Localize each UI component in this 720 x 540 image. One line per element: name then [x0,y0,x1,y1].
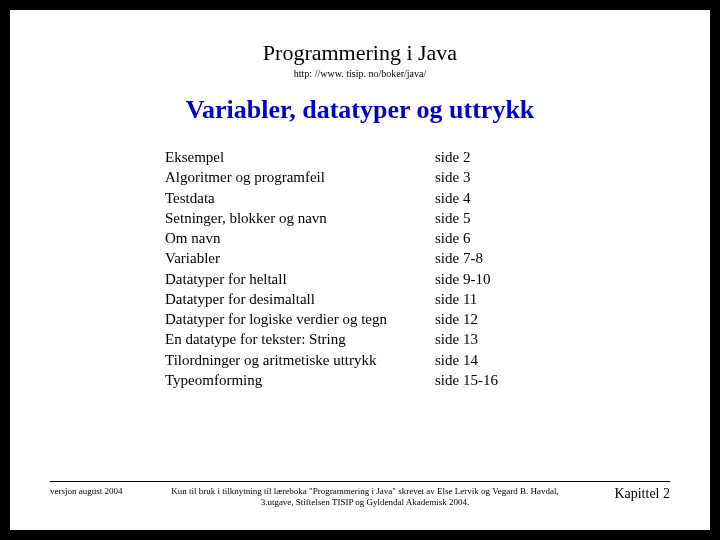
toc-page: side 7-8 [435,248,483,268]
slide-title: Programmering i Java [50,40,670,66]
toc-label: En datatype for tekster: String [165,329,435,349]
toc-label: Eksempel [165,147,435,167]
toc-label: Typeomforming [165,370,435,390]
toc-page: side 4 [435,188,470,208]
toc-row: Typeomforming side 15-16 [165,370,610,390]
toc-row: En datatype for tekster: String side 13 [165,329,610,349]
toc-row: Om navn side 6 [165,228,610,248]
toc-label: Algoritmer og programfeil [165,167,435,187]
toc-row: Datatyper for logiske verdier og tegn si… [165,309,610,329]
footer-copyright: Kun til bruk i tilknytning til læreboka … [150,486,580,509]
slide: Programmering i Java http: //www. tisip.… [10,10,710,530]
section-heading: Variabler, datatyper og uttrykk [50,95,670,125]
toc-page: side 11 [435,289,477,309]
table-of-contents: Eksempel side 2 Algoritmer og programfei… [165,147,610,390]
toc-page: side 5 [435,208,470,228]
toc-page: side 9-10 [435,269,490,289]
toc-page: side 2 [435,147,470,167]
toc-row: Tilordninger og aritmetiske uttrykk side… [165,350,610,370]
toc-label: Datatyper for desimaltall [165,289,435,309]
toc-row: Datatyper for desimaltall side 11 [165,289,610,309]
toc-row: Eksempel side 2 [165,147,610,167]
toc-page: side 3 [435,167,470,187]
toc-label: Variabler [165,248,435,268]
toc-page: side 12 [435,309,478,329]
toc-label: Tilordninger og aritmetiske uttrykk [165,350,435,370]
toc-label: Setninger, blokker og navn [165,208,435,228]
toc-row: Testdata side 4 [165,188,610,208]
toc-page: side 14 [435,350,478,370]
toc-page: side 13 [435,329,478,349]
toc-row: Datatyper for heltall side 9-10 [165,269,610,289]
toc-row: Algoritmer og programfeil side 3 [165,167,610,187]
footer: versjon august 2004 Kun til bruk i tilkn… [50,481,670,509]
toc-label: Datatyper for logiske verdier og tegn [165,309,435,329]
header: Programmering i Java http: //www. tisip.… [50,40,670,79]
toc-row: Variabler side 7-8 [165,248,610,268]
footer-chapter: Kapittel 2 [580,486,670,502]
toc-page: side 6 [435,228,470,248]
footer-version: versjon august 2004 [50,486,150,496]
slide-url: http: //www. tisip. no/boker/java/ [50,68,670,79]
toc-label: Om navn [165,228,435,248]
toc-label: Testdata [165,188,435,208]
toc-page: side 15-16 [435,370,498,390]
toc-label: Datatyper for heltall [165,269,435,289]
toc-row: Setninger, blokker og navn side 5 [165,208,610,228]
